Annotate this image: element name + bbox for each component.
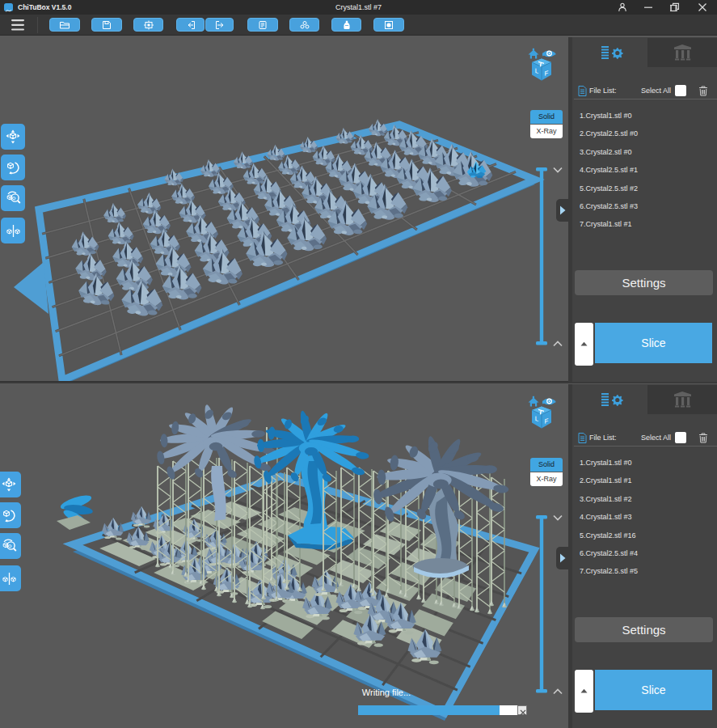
svg-text:L: L	[535, 414, 539, 422]
svg-text:F: F	[545, 69, 549, 77]
svg-text:F: F	[545, 417, 549, 425]
svg-text:L: L	[535, 66, 539, 74]
